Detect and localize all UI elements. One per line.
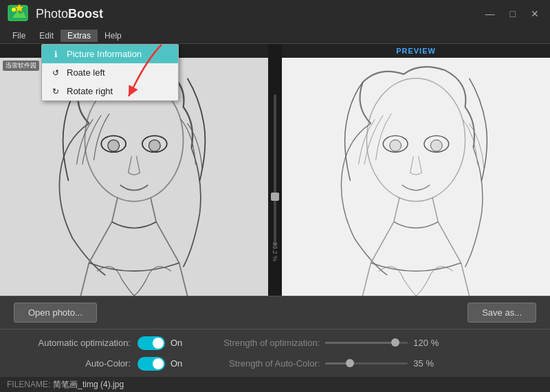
preview-panel: PREVIEW <box>282 44 550 296</box>
auto-color-state: On <box>170 358 182 369</box>
svg-point-8 <box>108 140 120 151</box>
strength-optimization-slider[interactable] <box>325 342 408 344</box>
dropdown-item-rotate-right[interactable]: ↻ Rotate right <box>42 82 178 100</box>
strength-autocolor-thumb[interactable] <box>346 359 354 367</box>
title-bar: PhotoBoost — □ ✕ <box>0 0 550 28</box>
dropdown-item-rotate-left[interactable]: ↺ Roate left <box>42 63 178 82</box>
strength-autocolor-slider[interactable] <box>325 362 408 364</box>
strength-autocolor-value: 35 % <box>413 358 441 369</box>
info-icon: ℹ <box>50 50 61 59</box>
menu-item-file[interactable]: File <box>6 30 32 42</box>
auto-optimization-label: Automatic optimization: <box>14 338 138 348</box>
auto-color-row: Auto-Color: On Strength of Auto-Color: 3… <box>14 355 536 373</box>
close-button[interactable]: ✕ <box>527 7 543 21</box>
auto-optimization-toggle[interactable] <box>138 336 165 350</box>
rotate-right-icon: ↻ <box>50 87 61 96</box>
watermark-left: 迅雷软件园 <box>3 61 39 71</box>
bottom-buttons: Open photo... Save as... <box>0 296 550 329</box>
filename-prefix: FILENAME: <box>7 380 50 389</box>
menu-bar: File Edit Extras Help ℹ Picture Informat… <box>0 28 550 44</box>
minimize-button[interactable]: — <box>481 7 499 21</box>
zoom-slider-thumb[interactable] <box>271 193 279 201</box>
panel-divider: 39.2 % <box>268 44 282 296</box>
strength-opt-thumb[interactable] <box>391 338 399 347</box>
auto-color-label: Auto-Color: <box>14 358 138 369</box>
toggle-thumb-opt <box>153 338 164 349</box>
strength-autocolor-label: Strength of Auto-Color: <box>210 358 320 369</box>
rotate-left-icon: ↺ <box>50 68 61 78</box>
app-title: PhotoBoost <box>36 7 103 21</box>
auto-color-toggle[interactable] <box>138 357 165 371</box>
menu-item-edit[interactable]: Edit <box>32 30 60 42</box>
save-as-button[interactable]: Save as... <box>468 303 536 323</box>
svg-point-9 <box>148 140 160 151</box>
settings-bar: Automatic optimization: On Strength of o… <box>0 329 550 377</box>
filename-value: 简笔画_timg (4).jpg <box>53 379 124 391</box>
app-logo <box>7 3 29 25</box>
svg-rect-10 <box>282 58 550 296</box>
menu-item-help[interactable]: Help <box>98 30 129 42</box>
preview-photo <box>282 58 550 296</box>
filename-bar: FILENAME: 简笔画_timg (4).jpg <box>0 377 550 392</box>
zoom-value-label: 39.2 % <box>272 242 278 261</box>
zoom-slider[interactable] <box>274 94 276 246</box>
toggle-thumb-color <box>153 358 164 369</box>
auto-optimization-state: On <box>170 338 182 348</box>
auto-optimization-row: Automatic optimization: On Strength of o… <box>14 334 536 352</box>
strength-autocolor-section: Strength of Auto-Color: 35 % <box>210 358 441 369</box>
strength-optimization-section: Strength of optimization: 120 % <box>210 338 441 348</box>
maximize-button[interactable]: □ <box>506 7 520 21</box>
window-controls: — □ ✕ <box>481 7 543 21</box>
svg-point-15 <box>430 140 442 151</box>
dropdown-menu: ℹ Picture Information ↺ Roate left ↻ Rot… <box>41 44 179 101</box>
open-photo-button[interactable]: Open photo... <box>14 303 97 323</box>
dropdown-item-picture-information[interactable]: ℹ Picture Information <box>42 45 178 63</box>
strength-optimization-label: Strength of optimization: <box>210 338 320 348</box>
svg-point-14 <box>390 140 402 151</box>
menu-item-extras[interactable]: Extras <box>60 30 98 42</box>
preview-label: PREVIEW <box>282 44 550 58</box>
strength-optimization-value: 120 % <box>413 338 441 348</box>
svg-point-2 <box>12 8 16 12</box>
